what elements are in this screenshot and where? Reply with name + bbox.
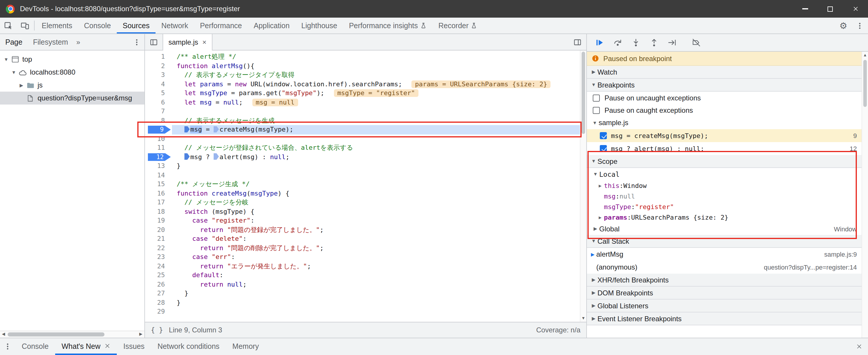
drawer-close-button[interactable] xyxy=(850,338,868,355)
scroll-right-icon[interactable]: ▶ xyxy=(137,331,144,338)
tab-console[interactable]: Console xyxy=(78,18,117,33)
breakpoint-file-group[interactable]: ▼sample.js xyxy=(587,116,862,129)
expander-caret-icon[interactable]: ▶ xyxy=(590,69,597,75)
expander-caret-icon[interactable]: ▼ xyxy=(592,172,599,177)
line-number[interactable]: 19 xyxy=(145,216,172,225)
line-number[interactable]: 27 xyxy=(145,289,172,298)
expander-caret-icon[interactable]: ▶ xyxy=(596,215,604,220)
line-number[interactable]: 25 xyxy=(145,271,172,280)
drawer-more-options-button[interactable] xyxy=(0,338,15,355)
pretty-print-button[interactable]: { } xyxy=(151,326,163,334)
section-xhr-fetch-breakpoints[interactable]: ▶XHR/fetch Breakpoints xyxy=(587,274,862,287)
expander-caret-icon[interactable]: ▶ xyxy=(590,316,597,321)
expander-caret-icon[interactable]: ▼ xyxy=(10,69,18,75)
breakpoint-entry[interactable]: msg ? alert(msg) : null;12 xyxy=(587,142,862,155)
drawer-tab-issues[interactable]: Issues xyxy=(117,338,151,355)
section-watch[interactable]: ▶Watch xyxy=(587,66,862,79)
step-button[interactable] xyxy=(664,35,680,50)
line-number[interactable]: 7 xyxy=(145,107,172,116)
tab-performance-insights[interactable]: Performance insights xyxy=(343,18,433,33)
checkbox[interactable] xyxy=(600,145,607,152)
inline-breakpoint-icon[interactable] xyxy=(185,126,190,132)
minimize-button[interactable] xyxy=(792,0,817,18)
step-over-button[interactable] xyxy=(610,35,626,50)
checkbox[interactable] xyxy=(593,94,600,101)
line-number[interactable]: 6 xyxy=(145,98,172,107)
expander-caret-icon[interactable]: ▼ xyxy=(2,57,10,62)
expander-caret-icon[interactable]: ▶ xyxy=(590,277,597,283)
more-options-button[interactable] xyxy=(851,18,868,33)
line-number[interactable]: 1 xyxy=(145,52,172,61)
resume-button[interactable] xyxy=(592,35,608,50)
expander-caret-icon[interactable]: ▶ xyxy=(592,226,599,231)
scrollbar-thumb[interactable] xyxy=(8,332,104,336)
debugger-vertical-scrollbar[interactable]: ▲ xyxy=(862,52,868,337)
line-number[interactable]: 5 xyxy=(145,89,172,98)
tab-lighthouse[interactable]: Lighthouse xyxy=(296,18,343,33)
expander-caret-icon[interactable]: ▶ xyxy=(18,83,25,88)
expander-caret-icon[interactable]: ▶ xyxy=(590,290,597,295)
section-event-listener-breakpoints[interactable]: ▶Event Listener Breakpoints xyxy=(587,313,862,325)
line-number[interactable]: 23 xyxy=(145,253,172,262)
deactivate-breakpoints-button[interactable] xyxy=(688,35,704,50)
expander-caret-icon[interactable]: ▼ xyxy=(590,238,597,244)
scope-variable-msg[interactable]: msg: null xyxy=(587,191,862,201)
line-number[interactable]: 8 xyxy=(145,116,172,125)
section-scope[interactable]: ▼Scope xyxy=(587,155,862,168)
line-number[interactable]: 16 xyxy=(145,189,172,198)
toggle-debugger-sidebar-button[interactable] xyxy=(569,34,586,50)
line-number[interactable]: 15 xyxy=(145,180,172,189)
sidebar-horizontal-scrollbar[interactable]: ◀ ▶ xyxy=(0,330,144,337)
line-number[interactable]: 14 xyxy=(145,171,172,180)
scope-group-local[interactable]: ▼Local xyxy=(587,168,862,180)
section-breakpoints[interactable]: ▼Breakpoints xyxy=(587,79,862,92)
tree-item-js[interactable]: ▶js xyxy=(0,79,144,92)
tab-performance[interactable]: Performance xyxy=(194,18,248,33)
scrollbar-thumb[interactable] xyxy=(582,52,585,134)
breakpoint-marker[interactable]: 12 xyxy=(148,153,171,161)
line-number[interactable]: 26 xyxy=(145,280,172,289)
tab-application[interactable]: Application xyxy=(248,18,296,33)
checkbox[interactable] xyxy=(593,107,600,114)
section-call-stack[interactable]: ▼Call Stack xyxy=(587,235,862,248)
breakpoint-entry[interactable]: msg = createMsg(msgType);9 xyxy=(587,129,862,142)
step-into-button[interactable] xyxy=(628,35,644,50)
device-toolbar-button[interactable] xyxy=(17,18,33,33)
drawer-tab-memory[interactable]: Memory xyxy=(226,338,265,355)
settings-gear-button[interactable]: ⚙ xyxy=(835,18,851,33)
line-number[interactable]: 13 xyxy=(145,161,172,171)
expander-caret-icon[interactable]: ▼ xyxy=(590,158,597,164)
tab-close-icon[interactable]: × xyxy=(202,38,206,47)
tab-recorder[interactable]: Recorder xyxy=(433,18,483,33)
scope-variable-this[interactable]: ▶this: Window xyxy=(587,180,862,191)
navigator-more-options-button[interactable] xyxy=(129,34,144,50)
line-number[interactable]: 28 xyxy=(145,298,172,307)
tab-elements[interactable]: Elements xyxy=(36,18,78,33)
scope-group-global[interactable]: ▶GlobalWindow xyxy=(587,223,862,235)
call-stack-frame-anonymous[interactable]: (anonymous)question?dispTy...pe=register… xyxy=(587,261,862,274)
line-number[interactable]: 21 xyxy=(145,234,172,243)
scroll-down-icon[interactable]: ▼ xyxy=(581,315,586,322)
tab-sources[interactable]: Sources xyxy=(117,18,156,33)
inspect-button[interactable] xyxy=(0,18,17,33)
editor-tab-sample-js[interactable]: sample.js × xyxy=(162,34,212,51)
scope-variable-params[interactable]: ▶params: URLSearchParams {size: 2} xyxy=(587,212,862,223)
line-number[interactable]: 10 xyxy=(145,134,172,143)
line-number[interactable]: 11 xyxy=(145,143,172,152)
step-out-button[interactable] xyxy=(646,35,662,50)
line-number[interactable]: 18 xyxy=(145,207,172,216)
line-number[interactable]: 17 xyxy=(145,198,172,207)
expander-caret-icon[interactable]: ▼ xyxy=(591,120,599,125)
checkbox[interactable] xyxy=(600,132,607,139)
tree-item-top[interactable]: ▼top xyxy=(0,53,144,66)
close-button[interactable] xyxy=(843,0,868,18)
breakpoint-marker[interactable]: 9 xyxy=(148,126,171,134)
navigator-tab-page[interactable]: Page xyxy=(0,34,28,50)
line-number[interactable]: 4 xyxy=(145,80,172,89)
expander-caret-icon[interactable]: ▶ xyxy=(590,303,597,308)
drawer-tab-what-s-new[interactable]: What's New xyxy=(55,338,117,355)
line-number[interactable]: 29 xyxy=(145,307,172,316)
call-stack-frame-alertmsg[interactable]: ▶alertMsgsample.js:9 xyxy=(587,248,862,261)
scroll-up-icon[interactable]: ▲ xyxy=(862,52,868,59)
tree-item-localhost-8080[interactable]: ▼localhost:8080 xyxy=(0,66,144,79)
